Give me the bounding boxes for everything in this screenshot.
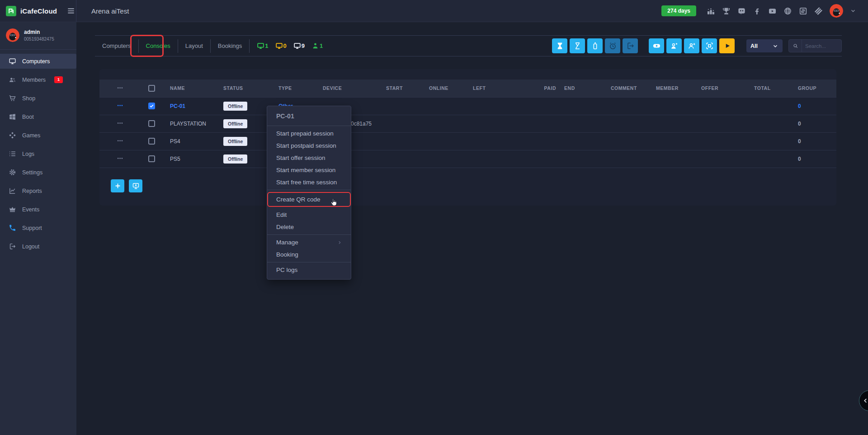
console-name-link[interactable]: PC-01 xyxy=(163,97,216,115)
sidebar-item-settings[interactable]: Settings xyxy=(0,165,76,180)
row-checkbox[interactable] xyxy=(148,120,155,127)
select-all-checkbox[interactable] xyxy=(148,85,155,92)
battery-button[interactable] xyxy=(587,38,603,53)
counter-consoles-busy[interactable]: 0 xyxy=(275,42,287,50)
hourglass-outline-icon xyxy=(573,42,582,50)
qr-scan-icon xyxy=(705,42,714,50)
hamburger-menu-icon[interactable] xyxy=(66,6,75,15)
menu-item-create-qr-code[interactable]: Create QR code xyxy=(267,192,351,207)
consoles-panel: NAME STATUS TYPE DEVICE START ONLINE LEF… xyxy=(99,69,836,206)
menu-item-pc-logs[interactable]: PC logs xyxy=(267,264,351,276)
menu-item-start-postpaid-session[interactable]: Start postpaid session xyxy=(267,140,351,152)
console-name[interactable]: PLAYSTATION xyxy=(163,115,216,132)
add-device-button[interactable] xyxy=(129,179,142,192)
themes-icon[interactable] xyxy=(814,7,823,15)
row-menu-button[interactable] xyxy=(117,102,123,109)
table-row-ps4[interactable]: PS4 Offline 0 xyxy=(99,132,836,150)
add-member-star-button[interactable] xyxy=(666,38,682,53)
ranking-icon[interactable] xyxy=(707,7,715,15)
search-icon xyxy=(789,40,802,52)
user-avatar[interactable] xyxy=(830,4,843,18)
tab-computers[interactable]: Computers xyxy=(95,42,138,49)
account-chevron-down-icon[interactable] xyxy=(850,8,856,14)
menu-item-edit[interactable]: Edit xyxy=(267,209,351,221)
menu-item-start-member-session[interactable]: Start member session xyxy=(267,164,351,176)
consoles-table: NAME STATUS TYPE DEVICE START ONLINE LEF… xyxy=(99,80,836,168)
console-name[interactable]: PS4 xyxy=(163,132,216,150)
sidebar-item-support[interactable]: Support xyxy=(0,220,76,235)
counter-consoles-offline[interactable]: 9 xyxy=(293,42,305,50)
start-session-button[interactable] xyxy=(719,38,735,53)
console-name[interactable]: PS5 xyxy=(163,150,216,168)
add-member-button[interactable] xyxy=(684,38,699,53)
tab-consoles[interactable]: Consoles xyxy=(139,42,178,49)
member-plus-icon xyxy=(688,42,696,50)
person-icon xyxy=(311,42,319,50)
menu-item-delete[interactable]: Delete xyxy=(267,221,351,233)
menu-item-start-offer-session[interactable]: Start offer session xyxy=(267,152,351,164)
gear-icon xyxy=(9,168,16,176)
gamepad-icon xyxy=(9,131,16,139)
sidebar-item-events[interactable]: Events xyxy=(0,202,76,217)
table-row-pc-01[interactable]: PC-01 Offline Other 0 xyxy=(99,97,836,115)
tab-layout[interactable]: Layout xyxy=(178,42,210,49)
icafecloud-logo-icon xyxy=(6,6,16,16)
counter-members-online[interactable]: 1 xyxy=(311,42,323,50)
context-menu-title: PC-01 xyxy=(267,108,351,124)
sidebar-user-block: admin 005193482475 xyxy=(0,22,76,50)
menu-item-manage[interactable]: Manage xyxy=(267,236,351,248)
row-checkbox[interactable] xyxy=(148,103,155,109)
discord-icon[interactable] xyxy=(737,7,746,15)
row-menu-button[interactable] xyxy=(117,155,123,162)
filter-select[interactable]: All xyxy=(746,39,783,52)
row-checkbox[interactable] xyxy=(148,155,155,162)
timer-button[interactable] xyxy=(605,38,620,53)
header-menu-icon[interactable] xyxy=(117,84,123,91)
table-row-playstation[interactable]: PLAYSTATION Offline 0c81a75 0 xyxy=(99,115,836,132)
row-checkbox[interactable] xyxy=(148,138,155,145)
group-count[interactable]: 0 xyxy=(791,97,836,115)
brand[interactable]: iCafeCloud xyxy=(0,0,76,22)
group-count[interactable]: 0 xyxy=(791,115,836,132)
menu-item-start-prepaid-session[interactable]: Start prepaid session xyxy=(267,127,351,140)
menu-item-start-free-time-session[interactable]: Start free time session xyxy=(267,176,351,188)
sidebar-item-shop[interactable]: Shop xyxy=(0,91,76,106)
sidebar-item-logs[interactable]: Logs xyxy=(0,146,76,161)
row-menu-button[interactable] xyxy=(117,120,123,126)
qr-scan-button[interactable] xyxy=(702,38,717,53)
globe-icon[interactable] xyxy=(783,7,792,15)
youtube-icon[interactable] xyxy=(768,7,777,15)
group-count[interactable]: 0 xyxy=(791,132,836,150)
cart-icon xyxy=(9,94,16,102)
panel-actions xyxy=(111,179,142,192)
list-icon xyxy=(9,150,16,158)
status-badge: Offline xyxy=(223,102,247,111)
group-count[interactable]: 0 xyxy=(791,150,836,168)
add-console-button[interactable] xyxy=(111,179,124,192)
payment-button[interactable] xyxy=(649,38,664,53)
sidebar-item-members[interactable]: Members 1 xyxy=(0,72,76,87)
chart-line-icon xyxy=(9,187,16,195)
view-tabs-bar: Computers Consoles Layout Bookings 1 0 9… xyxy=(95,35,842,56)
icafe-mark-icon[interactable] xyxy=(799,7,807,15)
tab-bookings[interactable]: Bookings xyxy=(211,42,249,49)
search-input[interactable] xyxy=(802,43,841,49)
sidebar-item-computers[interactable]: Computers xyxy=(0,54,76,69)
menu-item-booking[interactable]: Booking xyxy=(267,248,351,261)
end-session-button[interactable] xyxy=(623,38,638,53)
sidebar-item-games[interactable]: Games xyxy=(0,128,76,143)
sidebar-item-logout[interactable]: Logout xyxy=(0,239,76,254)
prepaid-session-button[interactable] xyxy=(552,38,567,53)
row-menu-button[interactable] xyxy=(117,137,123,144)
monitor-icon xyxy=(9,57,16,65)
hourglass-filled-icon xyxy=(556,42,564,50)
counter-consoles-online[interactable]: 1 xyxy=(257,42,268,50)
trophy-icon[interactable] xyxy=(722,7,731,15)
sidebar-item-boot[interactable]: Boot xyxy=(0,109,76,124)
license-days-badge[interactable]: 274 days xyxy=(661,5,696,16)
table-header-row: NAME STATUS TYPE DEVICE START ONLINE LEF… xyxy=(99,80,836,97)
table-row-ps5[interactable]: PS5 Offline 0 xyxy=(99,150,836,168)
postpaid-session-button[interactable] xyxy=(570,38,585,53)
facebook-icon[interactable] xyxy=(753,7,761,15)
sidebar-item-reports[interactable]: Reports xyxy=(0,183,76,198)
